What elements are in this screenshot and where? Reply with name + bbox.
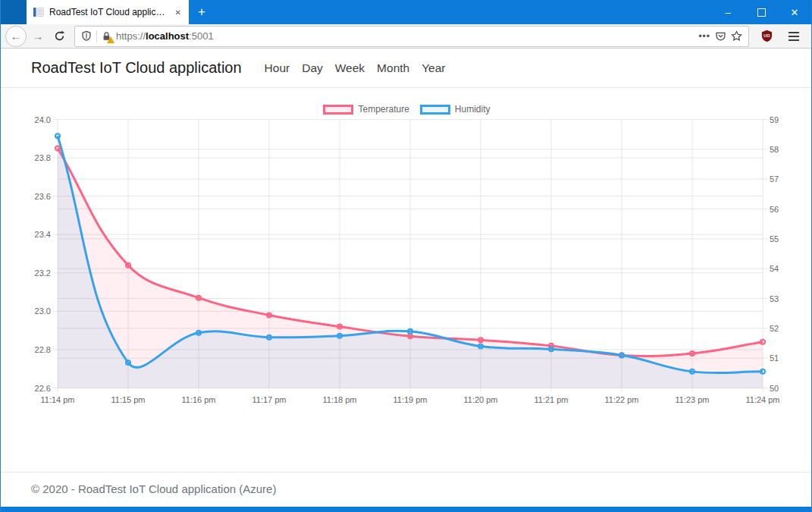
x-axis-tick-label: 11:15 pm [111,395,145,404]
minimize-button[interactable]: – [711,0,745,24]
forward-button[interactable]: → [28,27,48,46]
period-nav: Hour Day Week Month Year [259,61,452,75]
reload-button[interactable] [49,27,69,46]
ublock-origin-icon[interactable]: UO [754,30,779,42]
left-axis-tick-label: 23.6 [35,192,51,201]
tab-favicon [33,6,45,18]
left-axis-tick-label: 23.8 [35,153,51,162]
app-navbar: RoadTest IoT Cloud application Hour Day … [1,49,811,88]
page-actions-icon[interactable]: ••• [698,31,710,42]
humidity-point [337,334,342,338]
temperature-point [126,263,130,268]
url-text[interactable]: https://localhost:5001 [116,30,214,42]
temperature-point [267,313,271,317]
x-axis-tick-label: 11:22 pm [604,395,638,404]
x-axis-tick-label: 11:24 pm [745,395,779,404]
x-axis-tick-label: 11:19 pm [393,395,427,404]
left-axis-tick-label: 22.6 [35,384,51,393]
humidity-point [267,335,271,340]
humidity-point [196,331,201,335]
humidity-point [619,353,624,357]
x-axis-tick-label: 11:20 pm [463,395,497,404]
right-axis-tick-label: 51 [770,353,779,363]
x-axis-tick-label: 11:21 pm [534,395,568,404]
left-axis-tick-label: 22.8 [35,345,51,354]
temperature-point [690,351,694,356]
left-axis-tick-label: 23.0 [35,306,51,316]
chart-legend: TemperatureHumidity [31,104,782,115]
humidity-point [126,360,130,365]
nav-link-year[interactable]: Year [415,61,451,75]
urlbar-separator [96,30,97,42]
app-brand[interactable]: RoadTest IoT Cloud application [31,59,242,77]
nav-link-week[interactable]: Week [329,61,371,75]
temperature-point [337,325,342,329]
right-axis-tick-label: 54 [770,264,779,273]
tab-close-icon[interactable]: ✕ [174,8,183,17]
temperature-point [760,340,765,344]
nav-link-month[interactable]: Month [371,61,415,75]
right-axis-tick-label: 59 [770,115,779,124]
pocket-icon[interactable] [715,30,726,42]
humidity-swatch [420,105,450,115]
legend-item-humidity[interactable]: Humidity [420,104,491,115]
insecure-warning-icon [107,36,114,43]
nav-link-hour[interactable]: Hour [259,61,296,75]
temperature-point [478,338,483,342]
right-axis-tick-label: 58 [770,145,779,154]
right-axis-tick-label: 55 [770,234,779,243]
x-axis-tick-label: 11:14 pm [40,395,74,404]
legend-label: Humidity [455,104,491,115]
left-axis-tick-label: 24.0 [35,115,51,124]
humidity-point [55,133,60,138]
legend-label: Temperature [358,104,409,115]
temperature-point [55,146,60,150]
menu-icon[interactable] [781,32,807,41]
left-axis-tick-label: 23.4 [35,230,51,239]
bookmark-star-icon[interactable] [731,30,742,42]
chart-canvas: 22.622.823.023.223.423.623.824.050515253… [31,88,782,414]
back-button[interactable]: ← [5,26,27,47]
maximize-button[interactable] [745,0,778,24]
temperature-swatch [323,105,353,115]
browser-toolbar: ← → https://localhost:5001 ••• [1,24,811,49]
tracking-protection-shield-icon[interactable] [81,30,92,42]
sensor-chart: TemperatureHumidity 22.622.823.023.223.4… [31,88,782,414]
right-axis-tick-label: 50 [770,384,779,393]
humidity-point [408,329,412,334]
maximize-icon [757,8,766,17]
window-controls: – ✕ [711,0,811,24]
temperature-point [196,296,201,300]
url-bar[interactable]: https://localhost:5001 ••• [74,26,749,47]
browser-window: RoadTest IoT Cloud application ✕ + – ✕ ←… [0,0,812,512]
svg-text:UO: UO [763,33,770,38]
x-axis-tick-label: 11:17 pm [252,395,286,404]
humidity-point [760,369,765,374]
close-button[interactable]: ✕ [778,0,811,24]
tab-title: RoadTest IoT Cloud application [49,7,169,17]
x-axis-tick-label: 11:16 pm [181,395,215,404]
browser-titlebar: RoadTest IoT Cloud application ✕ + – ✕ [1,0,811,24]
humidity-point [478,344,483,348]
browser-tab[interactable]: RoadTest IoT Cloud application ✕ [27,0,189,24]
right-axis-tick-label: 52 [770,324,779,333]
x-axis-tick-label: 11:23 pm [675,395,709,404]
new-tab-button[interactable]: + [189,0,215,24]
humidity-point [690,369,694,374]
page-content: RoadTest IoT Cloud application Hour Day … [1,49,811,512]
right-axis-tick-label: 57 [770,174,779,184]
nav-link-day[interactable]: Day [296,61,329,75]
window-bottom-border [1,507,811,512]
lock-icon[interactable] [102,31,111,42]
titlebar-left-spacer [1,0,27,24]
right-axis-tick-label: 53 [770,294,779,303]
left-axis-tick-label: 23.2 [35,269,51,278]
legend-item-temperature[interactable]: Temperature [323,104,409,115]
page-footer: © 2020 - RoadTest IoT Cloud application … [1,472,811,505]
x-axis-tick-label: 11:18 pm [322,395,356,404]
right-axis-tick-label: 56 [770,205,779,214]
copyright-text: © 2020 - RoadTest IoT Cloud application … [31,482,276,495]
humidity-point [549,347,553,351]
temperature-point [408,334,412,338]
